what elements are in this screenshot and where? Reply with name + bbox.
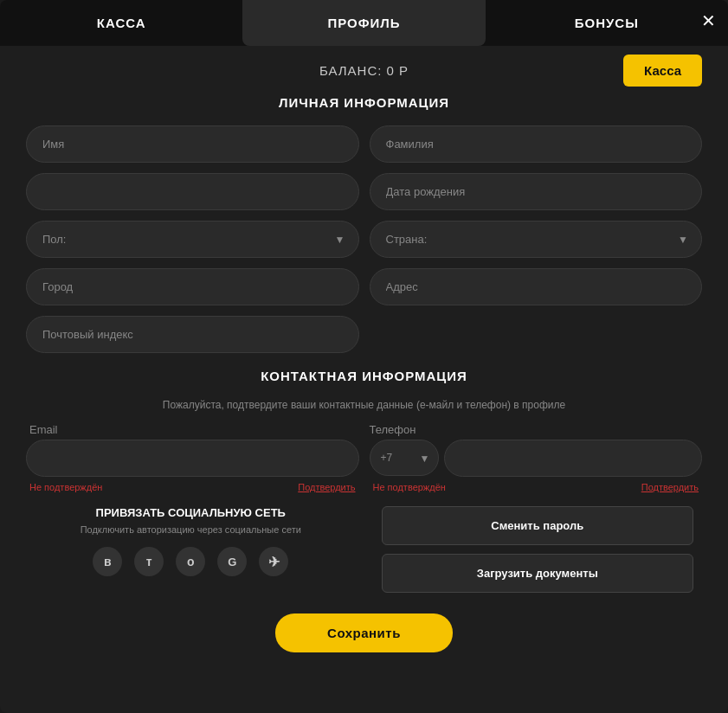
phone-label: Телефон [370,423,699,436]
social-section: ПРИВЯЗАТЬ СОЦИАЛЬНУЮ СЕТЬ Подключить авт… [26,506,356,593]
content-area: БАЛАНС: 0 Р Касса ЛИЧНАЯ ИНФОРМАЦИЯ Пол:… [0,46,728,678]
email-confirm-button[interactable]: Подтвердить [298,482,355,492]
tab-kassa[interactable]: КАССА [0,0,242,46]
phone-code-select[interactable]: +7 +38 +375 [370,440,439,476]
kassa-button[interactable]: Касса [623,55,702,87]
phone-confirm-button[interactable]: Подтвердить [641,482,699,492]
gender-select[interactable]: Пол: Мужской Женский [26,221,359,258]
city-address-row [26,268,702,305]
social-title: ПРИВЯЗАТЬ СОЦИАЛЬНУЮ СЕТЬ [35,506,347,519]
social-icons-row: в т о G ✈ [35,547,347,576]
modal-container: КАССА ПРОФИЛЬ БОНУСЫ ✕ БАЛАНС: 0 Р Касса… [0,0,728,713]
phone-wrapper: +7 +38 +375 ▼ [370,440,703,477]
header: КАССА ПРОФИЛЬ БОНУСЫ ✕ [0,0,728,46]
personal-info-title: ЛИЧНАЯ ИНФОРМАЦИЯ [26,95,702,110]
gender-wrapper: Пол: Мужской Женский ▼ [26,221,359,258]
birthdate-input[interactable] [370,173,703,210]
field3-birthdate-row [26,173,702,210]
contact-subtitle: Пожалуйста, подтвердите ваши контактные … [26,399,702,411]
save-button[interactable]: Сохранить [275,613,453,652]
action-buttons: Сменить пароль Загрузить документы [373,506,703,593]
change-password-button[interactable]: Сменить пароль [382,506,694,545]
phone-input[interactable] [444,440,703,477]
ok-icon[interactable]: о [176,547,205,576]
email-not-confirmed: Не подтверждён [29,482,102,492]
name-surname-row [26,125,702,163]
close-button[interactable]: ✕ [701,12,716,29]
field3-input[interactable] [26,173,359,210]
email-phone-labels: Email Телефон [26,423,702,436]
gender-country-row: Пол: Мужской Женский ▼ Страна: Россия Ук… [26,221,702,258]
bottom-section: ПРИВЯЗАТЬ СОЦИАЛЬНУЮ СЕТЬ Подключить авт… [26,506,702,593]
balance-row: БАЛАНС: 0 Р Касса [26,63,702,78]
phone-not-confirmed: Не подтверждён [373,482,446,492]
contact-info-title: КОНТАКТНАЯ ИНФОРМАЦИЯ [26,369,702,383]
address-input[interactable] [370,268,703,305]
social-subtitle: Подключить авторизацию через социальные … [35,524,347,535]
save-row: Сохранить [26,613,702,652]
country-select[interactable]: Страна: Россия Украина Беларусь [370,221,703,258]
surname-input[interactable] [370,125,703,163]
contact-inputs-row: +7 +38 +375 ▼ [26,440,702,477]
upload-documents-button[interactable]: Загрузить документы [382,554,694,593]
postal-row [26,316,702,353]
telegram-icon[interactable]: ✈ [259,547,288,576]
tab-profil[interactable]: ПРОФИЛЬ [242,0,485,46]
city-input[interactable] [26,268,359,305]
postal-input[interactable] [26,316,359,353]
validate-row: Не подтверждён Подтвердить Не подтверждё… [26,482,702,492]
phone-validate: Не подтверждён Подтвердить [370,482,703,492]
vk-icon[interactable]: в [93,547,122,576]
balance-text: БАЛАНС: 0 Р [26,63,702,78]
email-validate: Не подтверждён Подтвердить [26,482,359,492]
tab-bonusy[interactable]: БОНУСЫ [486,0,728,46]
email-label: Email [29,423,359,436]
twitter-icon[interactable]: т [134,547,164,576]
email-input[interactable] [26,440,359,477]
contact-section: КОНТАКТНАЯ ИНФОРМАЦИЯ Пожалуйста, подтве… [26,369,702,492]
phone-code-wrapper: +7 +38 +375 ▼ [370,440,439,477]
name-input[interactable] [26,125,359,163]
country-wrapper: Страна: Россия Украина Беларусь ▼ [370,221,703,258]
google-icon[interactable]: G [217,547,247,576]
